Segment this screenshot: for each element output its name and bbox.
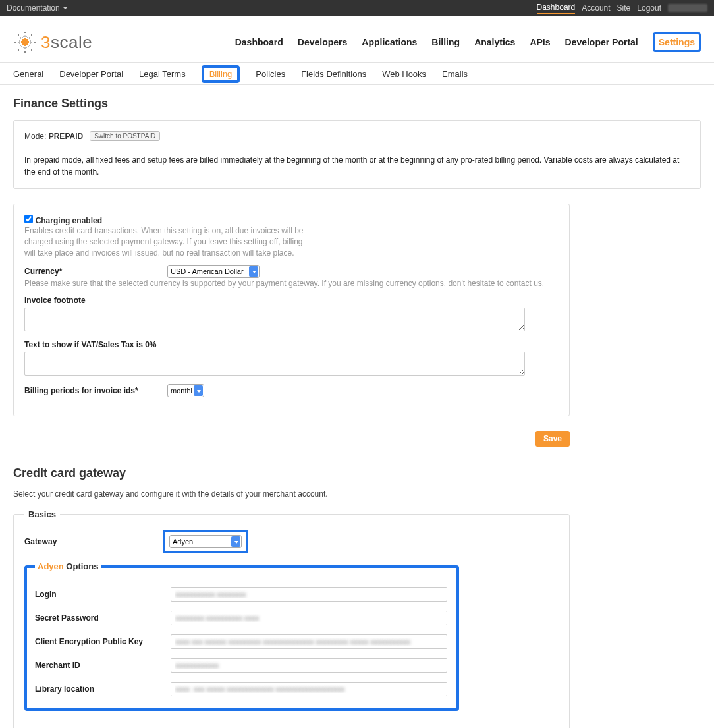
secret-password-input[interactable] bbox=[171, 611, 447, 625]
subnav-billing[interactable]: Billing bbox=[209, 69, 233, 79]
caret-down-icon bbox=[63, 7, 68, 9]
login-label: Login bbox=[35, 590, 171, 599]
gateway-label: Gateway bbox=[24, 537, 155, 546]
public-key-input[interactable] bbox=[171, 634, 447, 649]
mode-description: In prepaid mode, all fixed fees and setu… bbox=[24, 154, 690, 178]
subnav-emails[interactable]: Emails bbox=[442, 69, 468, 79]
subnav-general[interactable]: General bbox=[13, 69, 43, 79]
secret-password-label: Secret Password bbox=[35, 613, 171, 623]
currency-help: Please make sure that the selected curre… bbox=[24, 278, 559, 289]
topnav-logout[interactable]: Logout bbox=[637, 3, 661, 13]
nav-developers[interactable]: Developers bbox=[298, 37, 347, 47]
billing-periods-select-wrap: monthly bbox=[167, 384, 204, 397]
topbar: Documentation Dashboard Account Site Log… bbox=[0, 0, 714, 16]
subnav-policies[interactable]: Policies bbox=[256, 69, 285, 79]
basics-legend: Basics bbox=[24, 509, 60, 519]
merchant-id-input[interactable] bbox=[171, 658, 447, 673]
nav-settings[interactable]: Settings bbox=[653, 32, 701, 52]
page-content: Finance Settings Mode: PREPAID Switch to… bbox=[0, 85, 714, 728]
nav-apis[interactable]: APIs bbox=[530, 37, 550, 47]
mode-label: Mode: PREPAID bbox=[24, 132, 83, 141]
merchant-id-label: Merchant ID bbox=[35, 661, 171, 670]
user-indicator[interactable] bbox=[668, 4, 707, 12]
invoice-footnote-label: Invoice footnote bbox=[24, 296, 559, 305]
page-title: Finance Settings bbox=[13, 97, 701, 111]
main-nav: Dashboard Developers Applications Billin… bbox=[235, 32, 701, 52]
gateway-select-highlight: Adyen bbox=[163, 530, 248, 553]
gateway-sub: Select your credit card gateway and conf… bbox=[13, 490, 701, 499]
logo-icon bbox=[13, 30, 37, 54]
vat-label: Text to show if VAT/Sales Tax is 0% bbox=[24, 340, 559, 349]
billing-periods-label: Billing periods for invoice ids* bbox=[24, 386, 159, 395]
nav-dashboard[interactable]: Dashboard bbox=[235, 37, 283, 47]
subnav-web-hooks[interactable]: Web Hooks bbox=[382, 69, 426, 79]
currency-label: Currency* bbox=[24, 267, 159, 276]
charging-enabled-checkbox[interactable] bbox=[24, 215, 33, 223]
subnav-developer-portal[interactable]: Developer Portal bbox=[59, 69, 123, 79]
subnav-billing-highlight: Billing bbox=[202, 65, 240, 83]
topnav-site[interactable]: Site bbox=[617, 3, 631, 13]
nav-analytics[interactable]: Analytics bbox=[474, 37, 515, 47]
topnav-dashboard[interactable]: Dashboard bbox=[537, 3, 576, 14]
documentation-label: Documentation bbox=[7, 3, 60, 13]
subnav-legal-terms[interactable]: Legal Terms bbox=[139, 69, 186, 79]
nav-billing[interactable]: Billing bbox=[431, 37, 460, 47]
charging-enabled-label: Charging enabled bbox=[36, 216, 102, 225]
adyen-options-fieldset: Adyen Options Login Secret Password Clie… bbox=[24, 561, 459, 711]
vat-input[interactable] bbox=[24, 352, 525, 376]
invoice-footnote-input[interactable] bbox=[24, 308, 525, 331]
mode-panel: Mode: PREPAID Switch to POSTPAID In prep… bbox=[13, 120, 701, 189]
library-location-label: Library location bbox=[35, 685, 171, 694]
billing-periods-select[interactable]: monthly bbox=[167, 384, 204, 397]
adyen-options-legend: Adyen Options bbox=[35, 561, 101, 571]
basics-fieldset: Basics Gateway Adyen Adyen Options Login… bbox=[13, 509, 570, 728]
logo-text: 3scale bbox=[41, 32, 92, 53]
settings-panel: Charging enabled Enables credit card tra… bbox=[13, 204, 570, 416]
save-button[interactable]: Save bbox=[536, 431, 570, 447]
logo[interactable]: 3scale bbox=[13, 30, 92, 54]
currency-select-wrap: USD - American Dollar bbox=[167, 265, 260, 278]
gateway-heading: Credit card gateway bbox=[13, 466, 701, 480]
subnav-fields-definitions[interactable]: Fields Definitions bbox=[301, 69, 366, 79]
switch-mode-button[interactable]: Switch to POSTPAID bbox=[90, 131, 160, 141]
topnav-account[interactable]: Account bbox=[582, 3, 610, 13]
header: 3scale Dashboard Developers Applications… bbox=[0, 16, 714, 63]
documentation-menu[interactable]: Documentation bbox=[7, 3, 68, 13]
currency-select[interactable]: USD - American Dollar bbox=[167, 265, 260, 278]
nav-developer-portal[interactable]: Developer Portal bbox=[565, 37, 638, 47]
sub-nav: General Developer Portal Legal Terms Bil… bbox=[0, 63, 714, 85]
charging-help: Enables credit card transactions. When t… bbox=[24, 225, 308, 258]
nav-applications[interactable]: Applications bbox=[362, 37, 417, 47]
library-location-input[interactable] bbox=[171, 682, 447, 696]
public-key-label: Client Encryption Public Key bbox=[35, 637, 171, 646]
login-input[interactable] bbox=[171, 587, 447, 602]
gateway-select[interactable]: Adyen bbox=[169, 535, 242, 548]
